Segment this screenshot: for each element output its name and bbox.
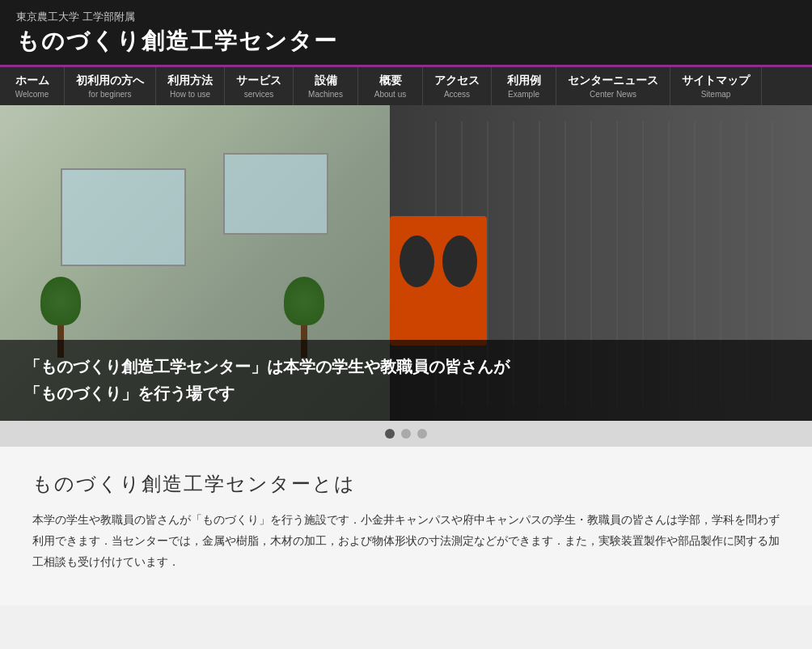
nav-sitemap[interactable]: サイトマップ Sitemap bbox=[670, 67, 762, 105]
nav-access[interactable]: アクセス Access bbox=[423, 67, 492, 105]
door-frame bbox=[390, 216, 487, 346]
nav-services[interactable]: サービス services bbox=[225, 67, 294, 105]
door-circle-right bbox=[442, 235, 477, 287]
main-nav: ホーム Welcome 初利用の方へ for beginers 利用方法 How… bbox=[0, 67, 812, 105]
main-content: ものづくり創造工学センターとは 本学の学生や教職員の皆さんが「ものづくり」を行う… bbox=[0, 447, 812, 605]
section-title: ものづくり創造工学センターとは bbox=[32, 471, 780, 497]
hero-caption: 「ものづくり創造工学センター」は本学の学生や教職員の皆さんが 「ものづくり」を行… bbox=[0, 340, 812, 421]
nav-news[interactable]: センターニュース Center News bbox=[556, 67, 670, 105]
university-name: 東京農工大学 工学部附属 bbox=[16, 10, 796, 24]
nav-machines[interactable]: 設備 Machines bbox=[294, 67, 358, 105]
door-circle-left bbox=[400, 235, 434, 287]
slide-dot-1[interactable] bbox=[385, 429, 395, 439]
section-body: 本学の学生や教職員の皆さんが「ものづくり」を行う施設です．小金井キャンパスや府中… bbox=[32, 510, 780, 573]
nav-examples[interactable]: 利用例 Example bbox=[492, 67, 556, 105]
hero-caption-line1: 「ものづくり創造工学センター」は本学の学生や教職員の皆さんが bbox=[24, 356, 788, 378]
hero-slideshow: 「ものづくり創造工学センター」は本学の学生や教職員の皆さんが 「ものづくり」を行… bbox=[0, 105, 812, 421]
site-header: 東京農工大学 工学部附属 ものづくり創造工学センター bbox=[0, 0, 812, 67]
nav-home[interactable]: ホーム Welcome bbox=[0, 67, 65, 105]
slide-dot-2[interactable] bbox=[401, 429, 411, 439]
hero-caption-line2: 「ものづくり」を行う場です bbox=[24, 383, 788, 405]
slide-dots bbox=[0, 421, 812, 447]
nav-how-to-use[interactable]: 利用方法 How to use bbox=[156, 67, 225, 105]
slide-dot-3[interactable] bbox=[417, 429, 427, 439]
center-name: ものづくり創造工学センター bbox=[16, 26, 796, 57]
nav-about[interactable]: 概要 About us bbox=[358, 67, 423, 105]
door-structure bbox=[390, 216, 487, 346]
nav-beginners[interactable]: 初利用の方へ for beginers bbox=[65, 67, 156, 105]
